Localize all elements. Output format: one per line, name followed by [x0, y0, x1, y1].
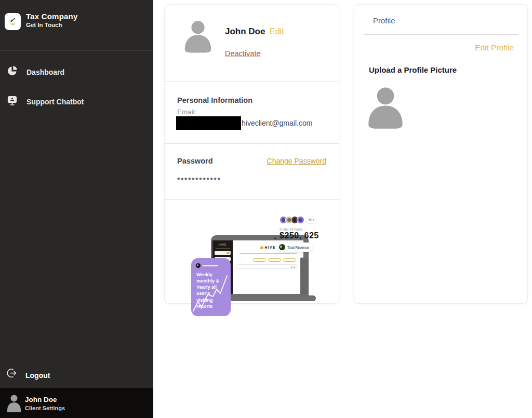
tax-company-logo-icon: ✔ TAX [5, 13, 21, 30]
mini-button-pill [253, 258, 266, 262]
email-redaction-box [176, 116, 241, 130]
brand-header: ✔ TAX Tax Company Get In Touch [0, 0, 153, 50]
edit-profile-button[interactable]: Edit Profile [475, 43, 514, 52]
stat-amount: $250, 625 [280, 231, 319, 240]
sidebar-item-label: Support Chatbot [26, 98, 84, 106]
stat-caption: In last 24 hours [280, 227, 302, 231]
mini-avatar [297, 216, 304, 224]
change-password-link[interactable]: Change Password [267, 157, 326, 165]
password-heading: Password [177, 157, 213, 165]
upload-picture-heading: Upload a Profile Picture [369, 65, 457, 74]
upload-picture-target[interactable] [367, 85, 404, 132]
section-divider [165, 81, 339, 82]
sidebar-item-label: Dashboard [26, 68, 64, 76]
profile-divider [364, 34, 518, 35]
mini-buttons [253, 258, 296, 262]
email-label: Email: [177, 108, 197, 116]
sidebar-divider [0, 50, 153, 51]
brand-title: Tax Company [26, 12, 77, 21]
deactivate-button[interactable]: Deactivate [225, 49, 261, 58]
account-name: John Doe [225, 26, 265, 37]
mini-list-row [215, 251, 231, 255]
logout-arrow-icon [6, 367, 18, 381]
dashboard-illustration: HIVE HIVE 50+ [165, 199, 340, 304]
revenue-label: Total Revenue [287, 246, 309, 249]
account-card: John Doe Edit Deactivate Personal Inform… [164, 4, 339, 304]
revenue-dot-icon [279, 244, 285, 250]
mini-tagline-bar [240, 253, 297, 254]
edit-name-button[interactable]: Edit [270, 27, 284, 36]
avatar-group: 50+ [280, 216, 317, 224]
mini-hive-logo: HIVE [212, 243, 233, 246]
sidebar-item-support-chatbot[interactable]: Support Chatbot [0, 94, 153, 117]
mini-button-pill [268, 258, 281, 262]
reports-card-graphic: Weekly monthly & Yearly all user's visit… [191, 258, 231, 316]
chatbot-monitor-icon [7, 95, 18, 108]
sidebar-user-name: John Doe [25, 396, 57, 403]
line-chart-graphic [191, 258, 231, 316]
sidebar-user-role: Client Settings [25, 405, 65, 411]
laptop-camera-dot [274, 237, 276, 239]
password-mask: ************ [177, 176, 221, 184]
mini-button-pill [283, 258, 296, 262]
bee-icon [260, 246, 263, 249]
mini-search-bar [236, 264, 297, 269]
total-revenue-badge: Total Revenue [277, 242, 313, 252]
brand-subtitle: Get In Touch [26, 22, 62, 28]
profile-card: Profile Edit Profile Upload a Profile Pi… [354, 4, 528, 304]
profile-card-title: Profile [373, 16, 395, 25]
section-divider [165, 143, 339, 144]
account-avatar-icon [184, 19, 212, 56]
laptop-side-bar [300, 258, 309, 297]
logout-button[interactable]: Logout [0, 365, 153, 388]
email-value: hiveclient@gmail.com [242, 119, 312, 127]
sidebar-user-settings[interactable]: John Doe Client Settings [0, 388, 153, 418]
sidebar-item-dashboard[interactable]: Dashboard [0, 64, 153, 87]
logout-label: Logout [25, 371, 50, 380]
personal-info-heading: Personal Information [177, 96, 252, 104]
logo-check-glyph: ✔ [9, 18, 16, 23]
avatar-count-badge: 50+ [306, 217, 317, 223]
person-silhouette-icon [6, 393, 22, 415]
mini-divider [216, 248, 230, 249]
laptop-base [231, 295, 316, 301]
email-row: hiveclient@gmail.com [176, 116, 312, 130]
pie-chart-icon [7, 65, 18, 78]
sidebar: ✔ TAX Tax Company Get In Touch Dashboard… [0, 0, 153, 418]
